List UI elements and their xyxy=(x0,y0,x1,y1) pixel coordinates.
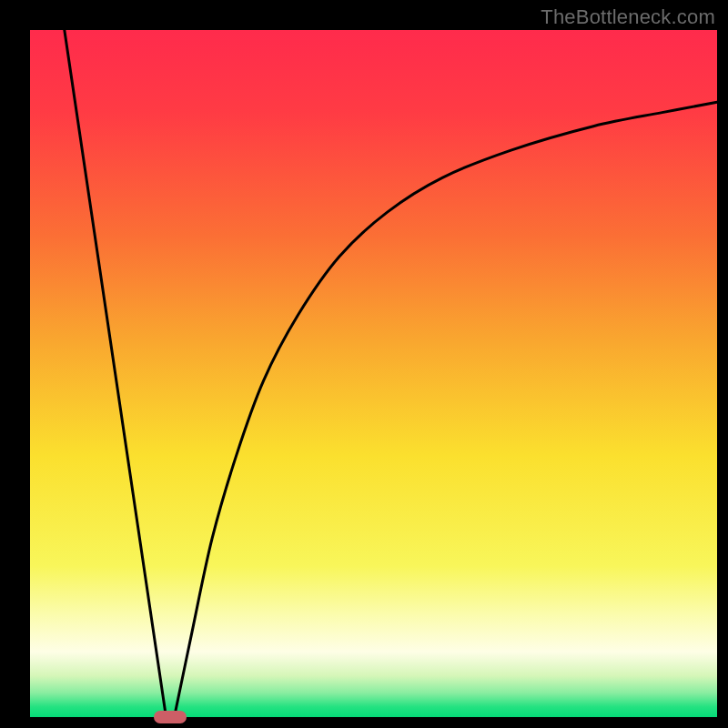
bottleneck-chart xyxy=(0,0,728,728)
watermark-text: TheBottleneck.com xyxy=(541,5,715,29)
bottleneck-marker xyxy=(154,711,187,723)
chart-frame: TheBottleneck.com xyxy=(0,0,728,728)
plot-background xyxy=(30,30,717,717)
